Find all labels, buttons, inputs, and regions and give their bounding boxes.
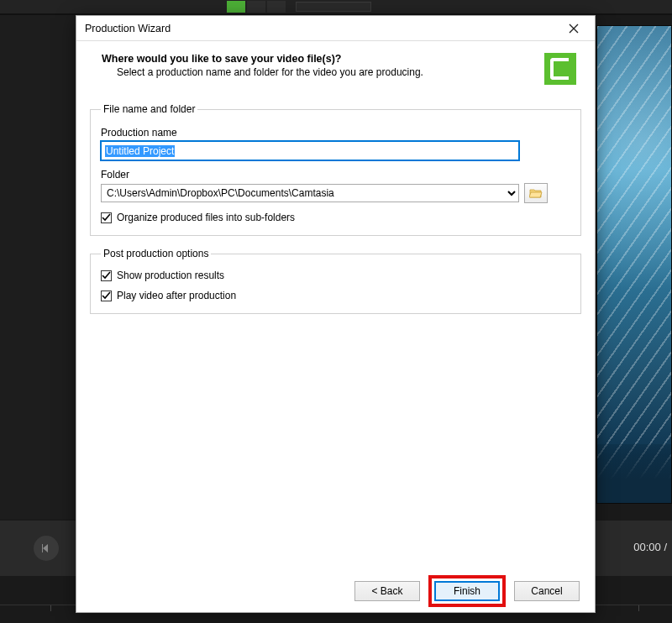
dialog-titlebar: Production Wizard bbox=[76, 16, 595, 41]
camtasia-logo-icon bbox=[544, 53, 576, 85]
app-toolbar bbox=[0, 0, 672, 15]
post-production-group: Post production options Show production … bbox=[90, 248, 581, 314]
group-legend: File name and folder bbox=[101, 103, 197, 115]
production-wizard-dialog: Production Wizard Where would you like t… bbox=[76, 15, 596, 613]
organize-checkbox-row[interactable]: Organize produced files into sub-folders bbox=[101, 212, 570, 223]
playback-time: 00:00 / bbox=[633, 541, 667, 553]
folder-label: Folder bbox=[101, 169, 570, 181]
video-preview bbox=[596, 25, 672, 504]
folder-select[interactable]: C:\Users\Admin\Dropbox\PC\Documents\Camt… bbox=[101, 184, 519, 202]
toolbar-button[interactable] bbox=[247, 1, 265, 13]
dialog-footer: < Back Finish Cancel bbox=[76, 570, 595, 612]
close-button[interactable] bbox=[561, 19, 586, 38]
show-results-checkbox-row[interactable]: Show production results bbox=[101, 270, 570, 281]
check-icon bbox=[102, 213, 111, 222]
toolbar-search[interactable] bbox=[296, 2, 371, 12]
show-results-label: Show production results bbox=[117, 270, 224, 281]
organize-checkbox[interactable] bbox=[101, 212, 112, 223]
browse-folder-button[interactable] bbox=[524, 183, 548, 203]
close-icon bbox=[569, 24, 579, 34]
play-after-checkbox[interactable] bbox=[101, 291, 112, 301]
finish-button[interactable]: Finish bbox=[434, 581, 500, 601]
toolbar-button[interactable] bbox=[267, 1, 286, 13]
check-icon bbox=[102, 271, 111, 280]
folder-open-icon bbox=[529, 187, 543, 199]
production-name-value: Untitled Project bbox=[105, 145, 175, 157]
dialog-question: Where would you like to save your video … bbox=[102, 53, 536, 65]
production-name-label: Production name bbox=[101, 127, 570, 139]
cancel-button[interactable]: Cancel bbox=[514, 581, 580, 601]
previous-button[interactable] bbox=[34, 536, 59, 561]
check-icon bbox=[102, 291, 111, 301]
dialog-title: Production Wizard bbox=[85, 23, 171, 34]
dialog-header: Where would you like to save your video … bbox=[76, 41, 595, 93]
prev-icon bbox=[41, 543, 51, 553]
file-name-folder-group: File name and folder Production name Unt… bbox=[90, 103, 581, 236]
organize-label: Organize produced files into sub-folders bbox=[117, 212, 295, 223]
production-name-input[interactable]: Untitled Project bbox=[101, 141, 519, 160]
group-legend: Post production options bbox=[101, 248, 211, 259]
play-after-checkbox-row[interactable]: Play video after production bbox=[101, 290, 570, 301]
play-after-label: Play video after production bbox=[117, 290, 236, 301]
show-results-checkbox[interactable] bbox=[101, 270, 112, 281]
finish-highlight: Finish bbox=[428, 575, 506, 607]
left-panel bbox=[0, 15, 76, 519]
dialog-subtitle: Select a production name and folder for … bbox=[102, 66, 536, 78]
dialog-body: File name and folder Production name Unt… bbox=[76, 93, 595, 570]
back-button[interactable]: < Back bbox=[354, 581, 420, 601]
toolbar-button[interactable] bbox=[227, 1, 245, 13]
